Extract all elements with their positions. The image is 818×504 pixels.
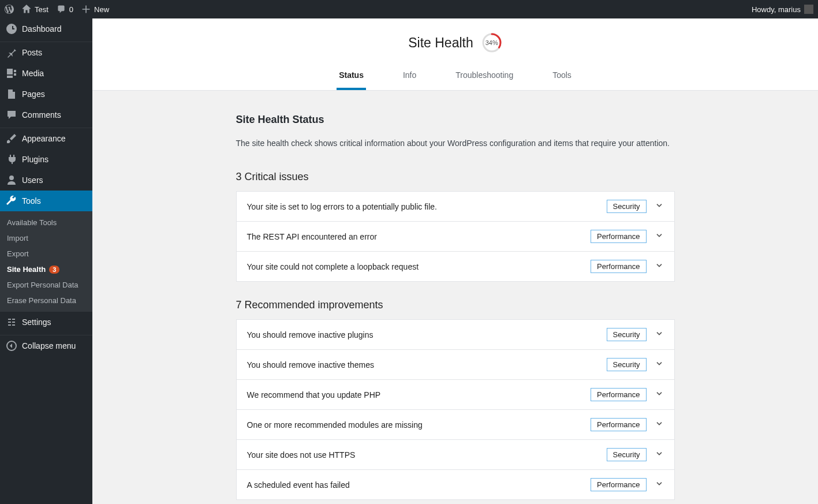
sidebar-item-posts[interactable]: Posts xyxy=(0,42,92,63)
admin-bar: Test 0 New Howdy, marius xyxy=(0,0,818,18)
issue-row[interactable]: Your site does not use HTTPSSecurity xyxy=(236,440,675,470)
issue-row[interactable]: You should remove inactive pluginsSecuri… xyxy=(236,320,675,350)
issue-row[interactable]: The REST API encountered an errorPerform… xyxy=(236,222,675,252)
plus-icon xyxy=(81,5,91,14)
howdy-label: Howdy, marius xyxy=(752,5,801,14)
submenu-label: Export xyxy=(7,249,29,258)
sidebar-item-dashboard[interactable]: Dashboard xyxy=(0,18,92,39)
submenu-item-export-personal-data[interactable]: Export Personal Data xyxy=(0,277,92,293)
settings-icon xyxy=(6,316,17,328)
brush-icon xyxy=(6,133,17,144)
tab-label: Info xyxy=(403,70,416,80)
tab-status[interactable]: Status xyxy=(337,65,366,90)
submenu-item-available-tools[interactable]: Available Tools xyxy=(0,215,92,230)
page-icon xyxy=(6,88,17,100)
sidebar-item-label: Dashboard xyxy=(22,24,62,33)
comment-icon xyxy=(6,109,17,121)
sidebar-item-label: Pages xyxy=(22,89,45,99)
wp-logo[interactable] xyxy=(5,5,14,14)
wrench-icon xyxy=(6,195,17,207)
content-area: Site Health 34% Status Info Troubleshoot… xyxy=(92,18,818,504)
recommended-issues-list: You should remove inactive pluginsSecuri… xyxy=(236,319,675,500)
submenu-label: Export Personal Data xyxy=(7,281,79,289)
sidebar-item-users[interactable]: Users xyxy=(0,170,92,191)
health-tabs: Status Info Troubleshooting Tools xyxy=(92,65,818,90)
status-heading: Site Health Status xyxy=(236,114,675,126)
issue-badge: Performance xyxy=(591,478,646,491)
chevron-down-icon xyxy=(655,479,664,491)
site-name-link[interactable]: Test xyxy=(22,5,48,14)
collapse-menu[interactable]: Collapse menu xyxy=(0,335,92,356)
submenu-item-site-health[interactable]: Site Health3 xyxy=(0,262,92,277)
issue-badge: Performance xyxy=(591,230,646,243)
chevron-down-icon xyxy=(655,389,664,401)
issue-title: The REST API encountered an error xyxy=(247,232,583,241)
issue-row[interactable]: You should remove inactive themesSecurit… xyxy=(236,350,675,380)
issue-row[interactable]: A scheduled event has failedPerformance xyxy=(236,470,675,500)
sidebar-item-label: Settings xyxy=(22,318,51,327)
pin-icon xyxy=(6,47,17,58)
tools-submenu: Available Tools Import Export Site Healt… xyxy=(0,211,92,312)
tab-tools[interactable]: Tools xyxy=(550,65,574,90)
critical-issues-list: Your site is set to log errors to a pote… xyxy=(236,191,675,282)
admin-sidebar: Dashboard Posts Media Pages Comments App… xyxy=(0,18,92,504)
sidebar-item-label: Plugins xyxy=(22,155,48,164)
new-label: New xyxy=(94,5,109,14)
comments-link[interactable]: 0 xyxy=(57,5,73,14)
critical-heading: 3 Critical issues xyxy=(236,171,675,183)
site-name-label: Test xyxy=(35,5,48,14)
sidebar-item-plugins[interactable]: Plugins xyxy=(0,149,92,170)
plugin-icon xyxy=(6,154,17,165)
submenu-item-import[interactable]: Import xyxy=(0,230,92,246)
submenu-label: Erase Personal Data xyxy=(7,296,76,305)
chevron-down-icon xyxy=(655,359,664,371)
sidebar-item-label: Posts xyxy=(22,48,42,57)
howdy-link[interactable]: Howdy, marius xyxy=(752,5,813,14)
chevron-down-icon xyxy=(655,449,664,461)
progress-label: 34% xyxy=(481,32,502,53)
issue-badge: Security xyxy=(607,448,647,461)
sidebar-item-media[interactable]: Media xyxy=(0,63,92,84)
progress-indicator: 34% xyxy=(481,32,502,53)
page-title: Site Health xyxy=(408,35,473,51)
sidebar-item-label: Appearance xyxy=(22,134,66,143)
submenu-label: Available Tools xyxy=(7,218,57,227)
issue-row[interactable]: We recommend that you update PHPPerforma… xyxy=(236,380,675,410)
home-icon xyxy=(22,5,31,14)
media-icon xyxy=(6,68,17,79)
sidebar-item-pages[interactable]: Pages xyxy=(0,84,92,104)
tab-troubleshooting[interactable]: Troubleshooting xyxy=(453,65,516,90)
tab-info[interactable]: Info xyxy=(401,65,419,90)
tab-label: Tools xyxy=(552,70,572,80)
sidebar-item-label: Media xyxy=(22,69,44,78)
sidebar-item-tools[interactable]: Tools xyxy=(0,191,92,211)
submenu-item-erase-personal-data[interactable]: Erase Personal Data xyxy=(0,293,92,308)
chevron-down-icon xyxy=(655,419,664,431)
issue-badge: Security xyxy=(607,200,647,213)
site-health-body: Site Health Status The site health check… xyxy=(225,91,686,504)
user-icon xyxy=(6,174,17,186)
issue-badge: Security xyxy=(607,328,647,341)
issue-row[interactable]: Your site could not complete a loopback … xyxy=(236,252,675,282)
submenu-item-export[interactable]: Export xyxy=(0,246,92,262)
issue-row[interactable]: Your site is set to log errors to a pote… xyxy=(236,192,675,222)
issue-title: You should remove inactive themes xyxy=(247,360,599,369)
tab-label: Troubleshooting xyxy=(455,70,513,80)
submenu-label: Site Health xyxy=(7,265,46,274)
sidebar-item-appearance[interactable]: Appearance xyxy=(0,128,92,149)
sidebar-item-comments[interactable]: Comments xyxy=(0,104,92,125)
issue-row[interactable]: One or more recommended modules are miss… xyxy=(236,410,675,440)
issue-title: You should remove inactive plugins xyxy=(247,330,599,339)
new-content-link[interactable]: New xyxy=(81,5,109,14)
issue-title: One or more recommended modules are miss… xyxy=(247,420,583,430)
collapse-icon xyxy=(6,340,17,352)
sidebar-item-label: Users xyxy=(22,176,43,185)
comment-icon xyxy=(57,5,66,14)
sidebar-item-settings[interactable]: Settings xyxy=(0,312,92,333)
issue-badge: Performance xyxy=(591,260,646,273)
site-health-header: Site Health 34% Status Info Troubleshoot… xyxy=(92,18,818,91)
issue-badge: Performance xyxy=(591,418,646,431)
status-description: The site health check shows critical inf… xyxy=(236,139,675,148)
issue-badge: Performance xyxy=(591,388,646,401)
chevron-down-icon xyxy=(655,261,664,272)
